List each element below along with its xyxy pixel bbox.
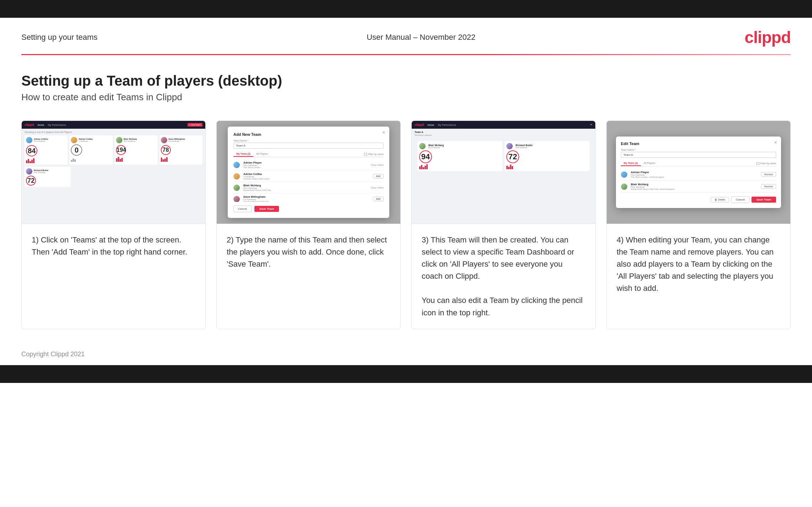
mock-team-player-2: Richard Butler Plus Handicap 72 — [505, 141, 590, 171]
modal-edit-filter: Filter by name — [756, 161, 776, 166]
modal-player-row-2: Adrian Coliba 1 Handicap Central London … — [233, 171, 384, 182]
modal-add-tabs: My Team (2) All Players Filter by name — [233, 151, 384, 157]
modal-add-filter: Filter by name — [364, 151, 384, 157]
modal-edit-tabs: My Team (2) All Players Filter by name — [621, 161, 776, 166]
modal-edit-save-btn[interactable]: Save Team — [752, 197, 776, 203]
modal-add-tab-allplayers[interactable]: All Players — [253, 151, 271, 157]
mock-score-blair: 94 — [419, 150, 432, 163]
modal-player-add-btn-4[interactable]: Add — [373, 197, 384, 201]
mock-nav-home: Home — [38, 124, 44, 126]
mock-nav-teams: My Performance — [48, 124, 66, 126]
modal-add-cancel-btn[interactable]: Cancel — [233, 206, 252, 212]
mock-team-player-1: Blair McHarg Plus Handicap 94 — [417, 141, 502, 171]
modal-edit-tab-allplayers[interactable]: All Players — [641, 161, 658, 166]
card-4: Edit Team × Team Name * Team A My Team (… — [606, 121, 791, 329]
mock-player-grid-1: Adrian Collins Plus Handicap 84 — [25, 135, 202, 165]
mock-nav-perf-3: My Performance — [438, 124, 456, 126]
modal-edit-delete-btn[interactable]: 🗑 Delete — [711, 197, 729, 202]
card-3: clippd Home My Performance ✏ Team A Show… — [411, 121, 596, 329]
mock-score-richard: 72 — [506, 150, 519, 163]
card-3-text: 3) This Team will then be created. You c… — [412, 224, 595, 329]
trash-icon: 🗑 — [715, 198, 717, 201]
edit-filter-checkbox[interactable] — [756, 162, 759, 165]
mock-logo-3: clippd — [415, 123, 424, 127]
card-1-screenshot: clippd Home My Performance + Add Team Sh… — [22, 121, 205, 224]
modal-add-title: Add New Team — [233, 132, 384, 137]
mock-player-card-2: Adrian Coliba 1 Handicap 0 — [69, 135, 112, 165]
modal-add-name-input[interactable]: Team A — [233, 143, 384, 149]
modal-player-row-3: Blair McHarg Plus Handicap Royal North D… — [233, 182, 384, 193]
header: Setting up your teams User Manual – Nove… — [0, 18, 812, 54]
mock-team-sub: Showing 2 players — [415, 134, 592, 136]
card-2: Add New Team × Team Name * Team A My Tea… — [216, 121, 401, 329]
mock-team-cards-grid: Blair McHarg Plus Handicap 94 — [415, 138, 592, 174]
modal-add-player-list: Adrian Player Plus Handicap The Shire Lo… — [233, 159, 384, 202]
modal-player-info-3: Blair McHarg Plus Handicap Royal North D… — [243, 184, 371, 191]
modal-player-add-btn-2[interactable]: Add — [373, 174, 384, 178]
modal-edit-player-info-2: Blair McHarg Plus Handicap Royal North D… — [631, 183, 761, 190]
card-2-text: 2) Type the name of this Team and then s… — [217, 224, 400, 329]
mock-content-1: Showing 4 out of 4 players from All Play… — [22, 129, 205, 224]
filter-checkbox[interactable] — [364, 153, 367, 156]
card-1: clippd Home My Performance + Add Team Sh… — [21, 121, 206, 329]
mock-subtitle-1: Showing 4 out of 4 players from All Play… — [25, 131, 202, 133]
modal-edit-team: Edit Team × Team Name * Team A My Team (… — [616, 137, 781, 208]
modal-player-status-3: Player Added — [371, 187, 384, 189]
mock-nav-1: clippd Home My Performance + Add Team — [22, 121, 205, 129]
modal-edit-player-info-1: Adrian Player Plus Handicap The Shire Lo… — [631, 171, 761, 178]
top-bar — [0, 0, 812, 18]
modal-add-name-label: Team Name * — [233, 139, 384, 142]
modal-add-new-team: Add New Team × Team Name * Team A My Tea… — [228, 127, 389, 218]
mock-nav-right-1: + Add Team — [188, 123, 202, 127]
edit-filter-label: Filter by name — [760, 162, 776, 165]
modal-add-close[interactable]: × — [383, 130, 385, 135]
modal-edit-remove-btn-1[interactable]: Remove — [761, 172, 776, 177]
modal-edit-close[interactable]: × — [774, 140, 777, 145]
card-3-screenshot: clippd Home My Performance ✏ Team A Show… — [412, 121, 595, 224]
modal-add-tab-myteam[interactable]: My Team (2) — [233, 151, 253, 157]
mock-logo-1: clippd — [25, 123, 34, 127]
modal-add-save-btn[interactable]: Save Team — [254, 206, 279, 212]
modal-player-row-1: Adrian Player Plus Handicap The Shire Lo… — [233, 159, 384, 171]
modal-add-footer: Cancel Save Team — [233, 206, 384, 212]
modal-overlay-edit: Edit Team × Team Name * Team A My Team (… — [607, 121, 790, 224]
modal-overlay-add: Add New Team × Team Name * Team A My Tea… — [217, 121, 400, 224]
modal-player-info-4: Dave Billingham 5.9 Handicap The Dog Mag… — [243, 195, 373, 202]
modal-edit-name-input[interactable]: Team A — [621, 152, 776, 158]
mock-nav-right-3: ✏ — [590, 123, 592, 126]
header-left-text: Setting up your teams — [21, 33, 97, 42]
mock-second-row: Richard Butler Plus Handicap 72 — [25, 167, 202, 187]
modal-edit-cancel-btn[interactable]: Cancel — [731, 196, 749, 203]
mock-player-card-5: Richard Butler Plus Handicap 72 — [25, 167, 71, 187]
modal-player-row-4: Dave Billingham 5.9 Handicap The Dog Mag… — [233, 193, 384, 202]
filter-label: Filter by name — [368, 153, 384, 155]
modal-edit-name-label: Team Name * — [621, 149, 776, 151]
mock-edit-pencil[interactable]: ✏ — [590, 123, 592, 126]
modal-edit-tab-myteam[interactable]: My Team (2) — [621, 161, 641, 166]
card-4-text: 4) When editing your Team, you can chang… — [607, 224, 790, 329]
cards-container: clippd Home My Performance + Add Team Sh… — [0, 113, 812, 343]
page-subtitle: How to create and edit Teams in Clippd — [21, 92, 791, 103]
clippd-logo: clippd — [745, 28, 791, 47]
card-4-screenshot: Edit Team × Team Name * Team A My Team (… — [607, 121, 790, 224]
footer: Copyright Clippd 2021 — [0, 343, 812, 365]
card-2-screenshot: Add New Team × Team Name * Team A My Tea… — [217, 121, 400, 224]
mock-player-card-4: Dave Billingham 5.9 Handicap 78 — [159, 135, 202, 165]
bottom-bar — [0, 365, 812, 383]
modal-edit-player-row-1: Adrian Player Plus Handicap The Shire Lo… — [621, 169, 776, 181]
modal-edit-remove-btn-2[interactable]: Remove — [761, 184, 776, 189]
page-title-section: Setting up a Team of players (desktop) H… — [0, 55, 812, 113]
card-1-text: 1) Click on 'Teams' at the top of the sc… — [22, 224, 205, 329]
mock-dashboard-1: clippd Home My Performance + Add Team Sh… — [22, 121, 205, 224]
modal-player-status-1: Player Added — [371, 164, 384, 166]
modal-edit-footer: 🗑 Delete Cancel Save Team — [621, 196, 776, 203]
mock-team-dashboard: clippd Home My Performance ✏ Team A Show… — [412, 121, 595, 224]
mock-team-content: Team A Showing 2 players Blair McHarg Pl… — [412, 129, 595, 224]
mock-nav-3: clippd Home My Performance ✏ — [412, 121, 595, 129]
page-title: Setting up a Team of players (desktop) — [21, 73, 791, 89]
modal-edit-title: Edit Team — [621, 142, 776, 146]
mock-team-label: Team A — [415, 131, 592, 133]
mock-add-team-btn[interactable]: + Add Team — [188, 123, 202, 127]
mock-player-card-3: Blair McHarg Plus Handicap 194 — [115, 135, 158, 165]
mock-nav-home-3: Home — [428, 124, 434, 126]
